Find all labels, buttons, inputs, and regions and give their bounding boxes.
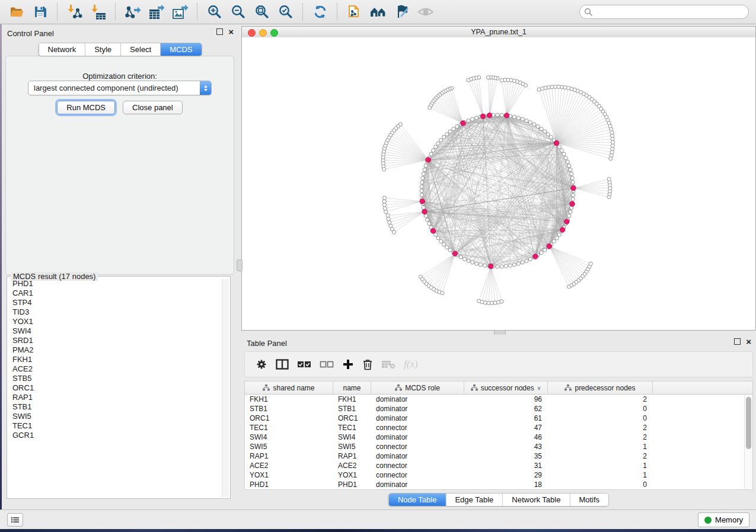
table-cell[interactable]: connector: [371, 462, 464, 470]
table-cell[interactable]: FKH1: [333, 395, 371, 403]
delete-table-button[interactable]: [381, 360, 395, 369]
tab-network[interactable]: Network: [39, 43, 85, 56]
export-table-button[interactable]: [146, 2, 167, 21]
tab-style[interactable]: Style: [85, 43, 121, 56]
table-cell[interactable]: 96: [464, 395, 548, 403]
column-header-successor-nodes[interactable]: successor nodes∨: [464, 382, 548, 394]
table-cell[interactable]: SWI4: [245, 433, 333, 441]
table-cell[interactable]: RAP1: [333, 452, 371, 460]
function-builder-button[interactable]: f(x): [404, 358, 418, 370]
table-scrollbar[interactable]: [744, 395, 752, 489]
table-cell[interactable]: ORC1: [333, 414, 371, 422]
mcds-result-item[interactable]: PMA2: [8, 345, 222, 355]
table-row[interactable]: SWI5SWI5connector431: [245, 442, 752, 451]
table-settings-button[interactable]: [256, 358, 267, 370]
tab-select[interactable]: Select: [121, 43, 161, 56]
table-cell[interactable]: 2: [548, 395, 653, 403]
table-cell[interactable]: TEC1: [245, 424, 333, 432]
table-cell[interactable]: TEC1: [333, 424, 371, 432]
memory-button[interactable]: Memory: [698, 512, 749, 527]
column-header-predecessor-nodes[interactable]: predecessor nodes: [548, 382, 653, 394]
table-row[interactable]: FKH1FKH1dominator962: [245, 395, 752, 404]
mcds-result-item[interactable]: GCR1: [8, 431, 222, 440]
table-cell[interactable]: SWI4: [333, 433, 371, 441]
table-cell[interactable]: dominator: [371, 433, 464, 441]
table-row[interactable]: TEC1TEC1connector472: [245, 423, 752, 432]
mcds-result-item[interactable]: STP4: [8, 298, 222, 307]
add-column-button[interactable]: [342, 358, 354, 370]
tab-motifs[interactable]: Motifs: [570, 493, 608, 506]
table-cell[interactable]: 1: [548, 462, 653, 470]
table-cell[interactable]: 0: [548, 480, 653, 489]
table-cell[interactable]: ACE2: [245, 462, 333, 470]
save-session-button[interactable]: [30, 2, 51, 21]
table-cell[interactable]: STB1: [245, 405, 333, 413]
table-row[interactable]: ORC1ORC1dominator610: [245, 414, 752, 423]
mcds-result-item[interactable]: SRD1: [8, 336, 222, 345]
close-panel-icon[interactable]: ×: [228, 28, 234, 35]
mcds-result-item[interactable]: SWI4: [8, 326, 222, 336]
table-cell[interactable]: 47: [464, 424, 548, 432]
table-cell[interactable]: 2: [548, 433, 653, 441]
table-row[interactable]: RAP1RAP1dominator352: [245, 451, 752, 461]
table-cell[interactable]: 2: [548, 452, 653, 460]
table-cell[interactable]: PHD1: [245, 480, 333, 489]
table-cell[interactable]: 0: [548, 405, 653, 413]
mcds-result-item[interactable]: STB5: [8, 374, 222, 383]
share-network-file-button[interactable]: [344, 2, 365, 21]
table-row[interactable]: STB1STB1dominator620: [245, 404, 752, 414]
export-network-button[interactable]: [122, 2, 143, 21]
tab-node-table[interactable]: Node Table: [389, 493, 446, 506]
table-cell[interactable]: 31: [464, 462, 548, 470]
table-cell[interactable]: SWI5: [333, 443, 371, 451]
table-scrollbar-thumb[interactable]: [746, 397, 751, 449]
table-cell[interactable]: dominator: [371, 395, 464, 403]
float-panel-icon[interactable]: [734, 338, 741, 345]
close-panel-button[interactable]: Close panel: [123, 101, 183, 114]
zoom-fit-button[interactable]: [251, 2, 273, 21]
select-all-button[interactable]: [297, 360, 311, 369]
mcds-result-item[interactable]: STB1: [8, 402, 222, 412]
table-cell[interactable]: connector: [371, 443, 464, 451]
table-cell[interactable]: 62: [464, 405, 548, 413]
optimization-criterion-select[interactable]: largest connected component (undirected): [28, 81, 212, 95]
export-image-button[interactable]: [170, 2, 191, 21]
refresh-layout-button[interactable]: [310, 2, 331, 21]
table-cell[interactable]: 0: [548, 414, 653, 422]
delete-column-button[interactable]: [362, 358, 373, 370]
table-cell[interactable]: ORC1: [245, 414, 333, 422]
mcds-result-item[interactable]: CAR1: [8, 289, 222, 298]
table-cell[interactable]: 35: [464, 452, 548, 460]
mcds-result-item[interactable]: SWI5: [8, 412, 222, 421]
show-columns-button[interactable]: [276, 359, 289, 370]
table-row[interactable]: SWI4SWI4dominator462: [245, 432, 752, 442]
table-cell[interactable]: 29: [464, 471, 548, 479]
table-row[interactable]: ACE2ACE2connector311: [245, 461, 752, 470]
table-cell[interactable]: 1: [548, 471, 653, 479]
table-cell[interactable]: connector: [371, 424, 464, 432]
table-cell[interactable]: 2: [548, 424, 653, 432]
table-cell[interactable]: connector: [371, 471, 464, 479]
tab-mcds[interactable]: MCDS: [161, 43, 201, 56]
column-header-shared-name[interactable]: shared name: [245, 382, 333, 394]
table-cell[interactable]: dominator: [371, 414, 464, 422]
mcds-result-item[interactable]: ORC1: [8, 383, 222, 393]
zoom-selected-button[interactable]: [275, 2, 296, 21]
tab-network-table[interactable]: Network Table: [503, 493, 570, 506]
mcds-result-item[interactable]: FKH1: [8, 355, 222, 364]
table-cell[interactable]: 43: [464, 443, 548, 451]
network-canvas[interactable]: [242, 37, 755, 330]
mcds-list-scrollbar[interactable]: [222, 279, 229, 497]
mcds-result-item[interactable]: TID3: [8, 307, 222, 317]
table-row[interactable]: PHD1PHD1dominator180: [245, 480, 752, 489]
table-cell[interactable]: 46: [464, 433, 548, 441]
table-cell[interactable]: dominator: [371, 405, 464, 413]
flag-button[interactable]: [391, 2, 413, 21]
table-cell[interactable]: YOX1: [333, 471, 371, 479]
table-cell[interactable]: dominator: [371, 452, 464, 460]
table-cell[interactable]: RAP1: [245, 452, 333, 460]
deselect-all-button[interactable]: [320, 360, 334, 369]
table-cell[interactable]: STB1: [333, 405, 371, 413]
mcds-result-item[interactable]: ACE2: [8, 364, 222, 374]
zoom-out-button[interactable]: [228, 2, 249, 21]
